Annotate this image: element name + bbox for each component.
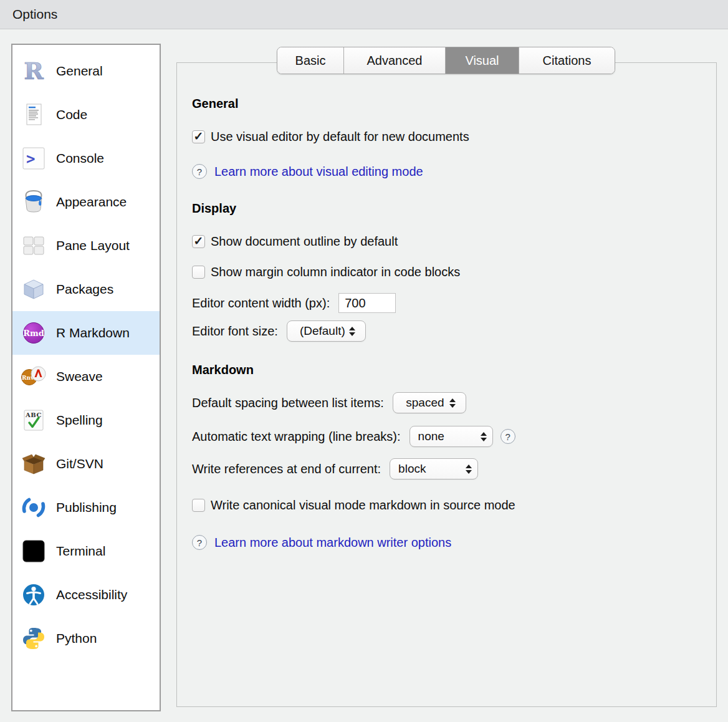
sidebar-item-appearance[interactable]: Appearance — [12, 180, 160, 224]
sidebar-item-label: R Markdown — [56, 325, 130, 340]
editor-font-size-label: Editor font size: — [192, 324, 278, 339]
sidebar-item-label: Accessibility — [56, 587, 127, 602]
sidebar-item-git-svn[interactable]: Git/SVN — [12, 442, 160, 486]
list-spacing-value: spaced — [406, 396, 444, 410]
learn-markdown-writer-link[interactable]: Learn more about markdown writer options — [214, 536, 451, 550]
setting-row-show-outline: Show document outline by default — [192, 234, 701, 249]
svg-text:R: R — [24, 59, 44, 84]
sidebar-item-label: Terminal — [56, 544, 105, 559]
tab-basic[interactable]: Basic — [277, 47, 343, 74]
publish-connect-icon — [20, 494, 47, 521]
sidebar-item-sweave[interactable]: Rnw Sweave — [12, 355, 160, 398]
sidebar-item-general[interactable]: R General — [12, 49, 160, 93]
show-margin-checkbox[interactable] — [192, 266, 205, 279]
references-value: block — [398, 462, 426, 476]
setting-row-editor-width: Editor content width (px): — [192, 293, 701, 313]
sidebar-item-label: General — [56, 64, 103, 79]
write-canonical-label: Write canonical visual mode markdown in … — [211, 498, 515, 513]
sidebar-item-console[interactable]: > Console — [12, 137, 160, 180]
show-outline-checkbox[interactable] — [192, 235, 205, 248]
tab-visual[interactable]: Visual — [445, 47, 519, 74]
list-spacing-label: Default spacing between list items: — [192, 396, 384, 410]
text-wrapping-label: Automatic text wrapping (line breaks): — [192, 430, 401, 444]
cardboard-box-icon — [20, 450, 47, 478]
setting-row-write-canonical: Write canonical visual mode markdown in … — [192, 498, 701, 513]
window-titlebar: Options — [0, 0, 728, 29]
editor-width-label: Editor content width (px): — [192, 296, 330, 310]
select-stepper-icon — [449, 398, 456, 408]
use-visual-editor-label: Use visual editor by default for new doc… — [211, 130, 469, 144]
list-spacing-select[interactable]: spaced — [393, 392, 466, 413]
options-category-sidebar: R General Code > Console Appearance Pane… — [11, 44, 161, 711]
sidebar-item-label: Python — [56, 631, 97, 646]
settings-tabbar: Basic Advanced Visual Citations — [277, 47, 615, 74]
use-visual-editor-checkbox[interactable] — [192, 130, 205, 143]
sidebar-item-label: Git/SVN — [56, 456, 103, 471]
sidebar-item-pane-layout[interactable]: Pane Layout — [12, 224, 160, 267]
help-row-markdown-writer: ? Learn more about markdown writer optio… — [192, 535, 701, 550]
sidebar-item-label: Publishing — [56, 500, 117, 515]
setting-row-editor-font-size: Editor font size: (Default) — [192, 320, 701, 342]
accessibility-person-icon — [20, 581, 47, 609]
r-logo-icon: R — [20, 57, 47, 85]
terminal-square-icon — [20, 537, 47, 565]
editor-font-size-select[interactable]: (Default) — [287, 320, 366, 342]
code-document-icon — [20, 101, 47, 128]
select-stepper-icon — [349, 327, 355, 336]
write-canonical-checkbox[interactable] — [192, 499, 205, 512]
rmarkdown-badge-icon: Rmd — [20, 319, 47, 347]
svg-text:>: > — [26, 150, 35, 168]
abc-check-icon: ABC — [20, 407, 47, 434]
select-stepper-icon — [481, 432, 487, 441]
pane-grid-icon — [20, 232, 47, 259]
tab-advanced[interactable]: Advanced — [343, 47, 445, 74]
setting-row-show-margin: Show margin column indicator in code blo… — [192, 265, 701, 279]
sidebar-item-label: Pane Layout — [56, 238, 130, 253]
help-icon[interactable]: ? — [192, 164, 207, 179]
editor-width-input[interactable] — [338, 293, 396, 313]
sidebar-item-python[interactable]: Python — [12, 617, 160, 660]
sidebar-item-label: Appearance — [56, 195, 127, 209]
help-row-visual-editing: ? Learn more about visual editing mode — [192, 164, 701, 179]
text-wrapping-select[interactable]: none — [410, 426, 493, 447]
sidebar-item-terminal[interactable]: Terminal — [12, 529, 160, 573]
setting-row-references: Write references at end of current: bloc… — [192, 458, 701, 479]
editor-font-size-value: (Default) — [300, 324, 345, 338]
sidebar-item-packages[interactable]: Packages — [12, 267, 160, 311]
help-icon[interactable]: ? — [192, 535, 207, 550]
references-label: Write references at end of current: — [192, 462, 381, 476]
window-title: Options — [12, 7, 57, 22]
sidebar-item-label: Console — [56, 151, 104, 166]
sidebar-item-code[interactable]: Code — [12, 93, 160, 137]
setting-row-list-spacing: Default spacing between list items: spac… — [192, 392, 701, 413]
show-outline-label: Show document outline by default — [211, 234, 398, 249]
sidebar-item-label: Packages — [56, 282, 113, 297]
text-wrapping-value: none — [418, 430, 444, 443]
section-heading-markdown: Markdown — [192, 363, 701, 377]
sidebar-item-spelling[interactable]: ABC Spelling — [12, 398, 160, 442]
setting-row-use-visual-editor: Use visual editor by default for new doc… — [192, 130, 701, 144]
section-heading-general: General — [192, 97, 701, 111]
sidebar-item-label: Spelling — [56, 413, 103, 428]
paint-bucket-icon — [20, 188, 47, 216]
sidebar-item-label: Code — [56, 107, 87, 122]
setting-row-text-wrapping: Automatic text wrapping (line breaks): n… — [192, 426, 701, 447]
sidebar-item-r-markdown[interactable]: Rmd R Markdown — [12, 311, 160, 355]
sidebar-item-publishing[interactable]: Publishing — [12, 486, 160, 529]
learn-visual-editing-link[interactable]: Learn more about visual editing mode — [214, 165, 423, 179]
select-stepper-icon — [466, 464, 472, 474]
sidebar-item-label: Sweave — [56, 369, 103, 384]
python-logo-icon — [20, 625, 47, 652]
section-heading-display: Display — [192, 201, 701, 216]
visual-settings-panel: General Use visual editor by default for… — [176, 62, 717, 707]
sweave-rnw-pdf-icon: Rnw — [20, 363, 47, 390]
sidebar-item-accessibility[interactable]: Accessibility — [12, 573, 160, 617]
package-cube-icon — [20, 276, 47, 303]
references-select[interactable]: block — [390, 458, 478, 479]
tab-citations[interactable]: Citations — [519, 47, 615, 74]
svg-text:Rmd: Rmd — [23, 329, 44, 338]
show-margin-label: Show margin column indicator in code blo… — [211, 265, 460, 279]
help-icon[interactable]: ? — [501, 429, 515, 444]
console-prompt-icon: > — [20, 145, 47, 172]
